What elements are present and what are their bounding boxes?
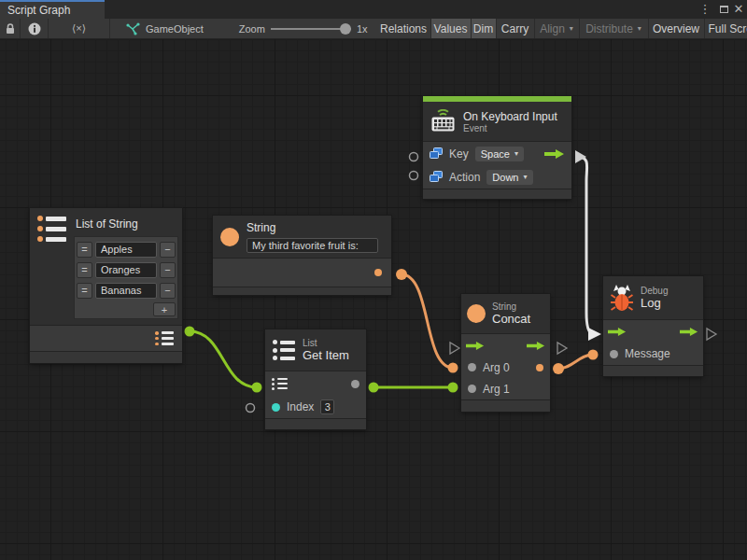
wire-endpoint xyxy=(252,383,262,393)
zoom-slider[interactable] xyxy=(271,19,351,39)
flow-out-arrow-icon[interactable] xyxy=(680,327,698,337)
concat-flow-in-triangle-icon[interactable] xyxy=(450,343,459,354)
flow-in-arrow-icon[interactable] xyxy=(608,327,627,337)
maximize-icon[interactable] xyxy=(716,1,731,18)
flow-wire-start-arrow-icon xyxy=(575,150,586,163)
flow-out-arrow-icon[interactable] xyxy=(527,341,545,351)
hotkey-icon xyxy=(430,171,443,183)
zoom-value: 1x xyxy=(357,19,368,38)
index-port-circle[interactable] xyxy=(247,404,255,413)
flow-in-arrow-icon[interactable] xyxy=(466,341,485,351)
edit-script-button[interactable]: ⟨×⟩ xyxy=(49,19,110,38)
wire-endpoint xyxy=(588,350,599,360)
node-concat[interactable]: String Concat Arg 0 xyxy=(461,294,550,412)
flow-out-arrow-icon[interactable] xyxy=(544,148,565,160)
message-label: Message xyxy=(625,347,670,360)
wire-string-to-concat[interactable] xyxy=(402,274,453,368)
node-footer xyxy=(603,365,703,376)
key-dropdown[interactable]: Space ▾ xyxy=(475,147,524,161)
hotkey-icon xyxy=(430,147,443,160)
align-menu[interactable]: Align ▾ xyxy=(535,19,580,38)
string-value-field[interactable]: My third favorite fruit is: xyxy=(247,238,378,253)
chevron-down-icon: ▾ xyxy=(638,24,641,33)
info-icon xyxy=(28,22,41,35)
node-category: List xyxy=(303,338,349,348)
key-port-label: Key xyxy=(449,147,469,161)
node-title: Concat xyxy=(492,312,530,326)
result-output-port[interactable] xyxy=(536,364,543,371)
chevron-down-icon: ▾ xyxy=(514,149,518,158)
fullscreen-button[interactable]: Full Scre xyxy=(705,19,747,38)
action-port-label: Action xyxy=(449,171,480,184)
key-port-circle[interactable] xyxy=(410,153,418,161)
arg0-input-port[interactable] xyxy=(468,363,476,371)
gameobject-label: GameObject xyxy=(146,23,204,35)
node-title: Log xyxy=(641,296,668,310)
lock-icon xyxy=(5,22,16,35)
relations-toggle[interactable]: Relations xyxy=(377,19,431,38)
arg1-input-port[interactable] xyxy=(468,385,476,393)
wire-endpoint xyxy=(185,327,195,337)
index-value-field[interactable]: 3 xyxy=(320,399,334,414)
wire-keyboard-to-log[interactable] xyxy=(579,157,592,334)
script-graph-window: Script Graph ⋮ ✕ ⟨×⟩ xyxy=(0,0,747,560)
kebab-menu-icon[interactable]: ⋮ xyxy=(698,1,712,18)
node-string-literal[interactable]: String My third favorite fruit is: xyxy=(213,216,391,295)
flow-wire-end-arrow-icon xyxy=(588,328,601,341)
tab-bar: Script Graph ⋮ ✕ xyxy=(0,0,747,19)
lock-button[interactable] xyxy=(0,19,21,38)
remove-item-button[interactable]: − xyxy=(160,262,176,278)
wire-list-to-getitem[interactable] xyxy=(190,331,257,387)
node-on-keyboard-input[interactable]: On Keyboard Input Event Key Space ▾ xyxy=(423,96,571,199)
zoom-slider-handle[interactable] xyxy=(340,23,351,35)
dim-toggle[interactable]: Dim xyxy=(472,19,497,38)
remove-item-button[interactable]: − xyxy=(160,283,176,299)
item-output-port[interactable] xyxy=(351,380,359,388)
node-title: List of String xyxy=(76,217,178,231)
concat-flow-out-triangle-icon[interactable] xyxy=(557,343,567,354)
wire-endpoint xyxy=(553,363,564,374)
graph-owner[interactable]: GameObject xyxy=(125,19,204,38)
index-input-port[interactable] xyxy=(272,403,280,412)
node-footer xyxy=(461,399,550,412)
node-title: On Keyboard Input xyxy=(463,110,557,123)
node-footer xyxy=(265,418,366,429)
script-graph-icon xyxy=(125,22,140,35)
graph-toolbar: ⟨×⟩ GameObject Zoom 1x Relations Values xyxy=(0,19,747,39)
action-port-circle[interactable] xyxy=(410,172,418,180)
list-input-port-icon[interactable] xyxy=(272,378,288,390)
values-toggle[interactable]: Values xyxy=(431,19,472,38)
list-item-field[interactable]: Oranges xyxy=(95,262,157,278)
node-debug-log[interactable]: Debug Log Message xyxy=(603,276,703,376)
wire-endpoint xyxy=(369,383,379,393)
index-label: Index xyxy=(287,400,314,413)
tab-script-graph[interactable]: Script Graph xyxy=(0,0,105,19)
node-footer xyxy=(213,287,391,295)
zoom-slider-track xyxy=(271,28,351,30)
drag-handle[interactable]: = xyxy=(77,242,92,258)
remove-item-button[interactable]: − xyxy=(160,242,176,258)
node-list-of-string[interactable]: List of String = Apples − = Oranges − xyxy=(30,208,182,363)
drag-handle[interactable]: = xyxy=(77,262,92,278)
zoom-label: Zoom xyxy=(239,19,265,38)
graph-canvas[interactable]: On Keyboard Input Event Key Space ▾ xyxy=(0,39,747,560)
list-item-field[interactable]: Apples xyxy=(95,242,157,258)
list-output-port-icon[interactable] xyxy=(155,331,174,345)
string-output-port[interactable] xyxy=(374,269,382,276)
message-input-port[interactable] xyxy=(610,350,618,358)
distribute-menu[interactable]: Distribute ▾ xyxy=(580,19,649,38)
carry-toggle[interactable]: Carry xyxy=(497,19,535,38)
list-icon xyxy=(273,340,295,360)
close-icon[interactable]: ✕ xyxy=(732,1,745,18)
node-get-item[interactable]: List Get Item Index 3 xyxy=(265,329,366,429)
action-dropdown[interactable]: Down ▾ xyxy=(486,170,532,185)
drag-handle[interactable]: = xyxy=(77,283,92,299)
log-flow-out-triangle-icon[interactable] xyxy=(707,329,716,340)
inspect-button[interactable] xyxy=(21,19,49,38)
node-title: Get Item xyxy=(303,348,349,362)
add-item-button[interactable]: + xyxy=(153,302,176,316)
list-item-field[interactable]: Bananas xyxy=(95,283,157,299)
wire-endpoint xyxy=(448,383,458,393)
overview-button[interactable]: Overview xyxy=(649,19,705,38)
list-item-row: = Bananas − xyxy=(77,280,176,301)
